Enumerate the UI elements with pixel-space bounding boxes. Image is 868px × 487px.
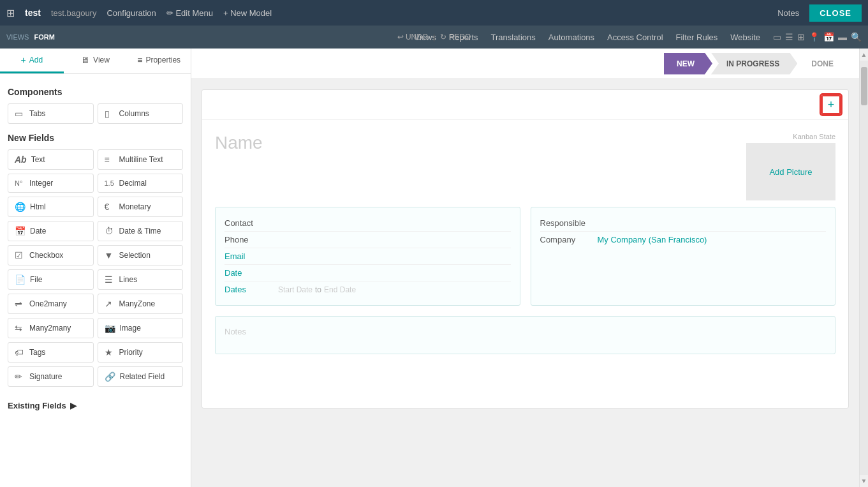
- field-datetime[interactable]: ⏱ Date & Time: [98, 221, 184, 241]
- grid-icon[interactable]: ⊞: [6, 7, 15, 19]
- field-monetary[interactable]: € Monetary: [98, 197, 184, 217]
- lines-label: Lines: [119, 275, 138, 284]
- many2many-icon: ⇆: [15, 323, 25, 333]
- field-tags[interactable]: 🏷 Tags: [8, 342, 94, 363]
- status-bar: NEW IN PROGRESS DONE: [191, 49, 859, 79]
- related-icon: 🔗: [105, 371, 115, 382]
- tab-properties-label: Properties: [145, 56, 180, 64]
- field-date[interactable]: 📅 Date: [8, 221, 94, 241]
- monetary-label: Monetary: [119, 202, 151, 211]
- field-multiline-text[interactable]: ≡ Multiline Text: [98, 149, 184, 170]
- field-row-contact: Contact: [224, 215, 511, 232]
- form-canvas: + Name Kanban State Add Picture: [202, 89, 849, 408]
- image-label: Image: [120, 324, 141, 333]
- field-integer[interactable]: N° Integer: [8, 174, 94, 193]
- field-priority[interactable]: ★ Priority: [98, 342, 184, 363]
- nav-items: Configuration ✏ Edit Menu + New Model: [107, 8, 272, 18]
- date-label: Date: [30, 227, 46, 236]
- field-manyzone[interactable]: ↗ ManyZone: [98, 294, 184, 314]
- add-row: +: [202, 90, 848, 120]
- tab-add[interactable]: + Add: [0, 49, 64, 73]
- tags-label: Tags: [29, 348, 45, 357]
- existing-fields-toggle[interactable]: Existing Fields ▶: [8, 396, 183, 416]
- scroll-thumb[interactable]: [861, 67, 867, 105]
- date-field-label: Date: [224, 268, 276, 278]
- separator: |: [433, 33, 435, 41]
- step-in-progress[interactable]: IN PROGRESS: [711, 53, 797, 75]
- component-tabs[interactable]: ▭ Tabs: [8, 103, 94, 124]
- add-tab-icon: +: [21, 55, 26, 65]
- close-button[interactable]: CLOSE: [809, 4, 862, 22]
- field-checkbox[interactable]: ☑ Checkbox: [8, 245, 94, 266]
- field-decimal[interactable]: 1.5 Decimal: [98, 174, 184, 193]
- undo-redo-group: ↩ UNDO | ↻ REDO: [397, 33, 471, 41]
- menu-website[interactable]: Website: [730, 33, 760, 42]
- view-icon-form[interactable]: ▭: [773, 32, 781, 42]
- view-icon-search[interactable]: 🔍: [851, 32, 862, 42]
- field-image[interactable]: 📷 Image: [98, 318, 184, 338]
- field-many2many[interactable]: ⇆ Many2many: [8, 318, 94, 338]
- existing-fields-label: Existing Fields: [8, 401, 66, 410]
- picture-area[interactable]: Add Picture: [746, 143, 835, 200]
- tab-properties[interactable]: ≡ Properties: [127, 49, 191, 73]
- view-icon-list[interactable]: ☰: [785, 32, 793, 42]
- tab-add-label: Add: [29, 56, 43, 64]
- view-icon-kanban[interactable]: ⊞: [797, 32, 805, 42]
- datetime-label: Date & Time: [119, 227, 161, 236]
- scroll-track: [860, 61, 868, 475]
- notes-button[interactable]: Notes: [777, 8, 799, 18]
- existing-fields-arrow: ▶: [70, 401, 77, 410]
- tabs-icon: ▭: [15, 109, 25, 119]
- field-html[interactable]: 🌐 Html: [8, 197, 94, 217]
- name-field[interactable]: Name: [215, 133, 733, 153]
- field-row-responsible: Responsible: [540, 215, 827, 232]
- nav-new-model[interactable]: + New Model: [223, 8, 272, 18]
- step-new[interactable]: NEW: [664, 53, 712, 75]
- phone-label: Phone: [224, 235, 276, 244]
- nav-edit-menu[interactable]: ✏ Edit Menu: [166, 8, 213, 18]
- tab-view[interactable]: 🖥 View: [64, 49, 128, 73]
- scroll-up-button[interactable]: ▲: [858, 49, 868, 61]
- view-icon-map[interactable]: 📍: [809, 32, 820, 42]
- field-file[interactable]: 📄 File: [8, 269, 94, 290]
- decimal-label: Decimal: [119, 179, 147, 188]
- step-done[interactable]: DONE: [796, 53, 846, 75]
- company-label: Company: [540, 235, 591, 244]
- scroll-down-button[interactable]: ▼: [858, 475, 868, 487]
- menu-filter-rules[interactable]: Filter Rules: [676, 33, 718, 42]
- monetary-icon: €: [105, 202, 115, 212]
- menu-translations[interactable]: Translations: [491, 33, 536, 42]
- views-label: VIEWS: [6, 33, 29, 41]
- manyzone-icon: ↗: [105, 299, 115, 309]
- field-row-company: Company My Company (San Francisco): [540, 232, 827, 248]
- one2many-label: One2many: [29, 299, 67, 308]
- scroll-bar: ▲ ▼: [859, 49, 868, 487]
- add-picture-link[interactable]: Add Picture: [769, 167, 812, 177]
- field-lines[interactable]: ☰ Lines: [98, 269, 184, 290]
- redo-button[interactable]: ↻ REDO: [440, 33, 471, 41]
- tabs-label: Tabs: [29, 109, 45, 118]
- new-fields-grid: Ab Text ≡ Multiline Text N° Integer 1.5 …: [8, 149, 183, 387]
- field-text[interactable]: Ab Text: [8, 149, 94, 170]
- notes-section[interactable]: Notes: [215, 316, 835, 354]
- add-section-button[interactable]: +: [821, 95, 841, 114]
- nav-configuration[interactable]: Configuration: [107, 8, 156, 18]
- selection-icon: ▼: [105, 250, 115, 260]
- view-icon-calendar[interactable]: 📅: [823, 32, 834, 42]
- undo-button[interactable]: ↩ UNDO: [397, 33, 429, 41]
- field-row-phone: Phone: [224, 232, 511, 248]
- field-selection[interactable]: ▼ Selection: [98, 245, 184, 266]
- picture-content: Kanban State Add Picture: [746, 133, 835, 200]
- menu-access-control[interactable]: Access Control: [607, 33, 663, 42]
- menu-automations[interactable]: Automations: [548, 33, 594, 42]
- component-columns[interactable]: ▯ Columns: [98, 103, 184, 124]
- kanban-state-label: Kanban State: [793, 133, 835, 140]
- view-icon-gantt[interactable]: ▬: [838, 32, 847, 42]
- date-icon: 📅: [15, 226, 26, 236]
- field-signature[interactable]: ✏ Signature: [8, 366, 94, 387]
- email-label: Email: [224, 251, 276, 261]
- field-one2many[interactable]: ⇌ One2many: [8, 294, 94, 314]
- columns-icon: ▯: [105, 109, 115, 119]
- field-related[interactable]: 🔗 Related Field: [98, 366, 184, 387]
- tags-icon: 🏷: [15, 347, 25, 357]
